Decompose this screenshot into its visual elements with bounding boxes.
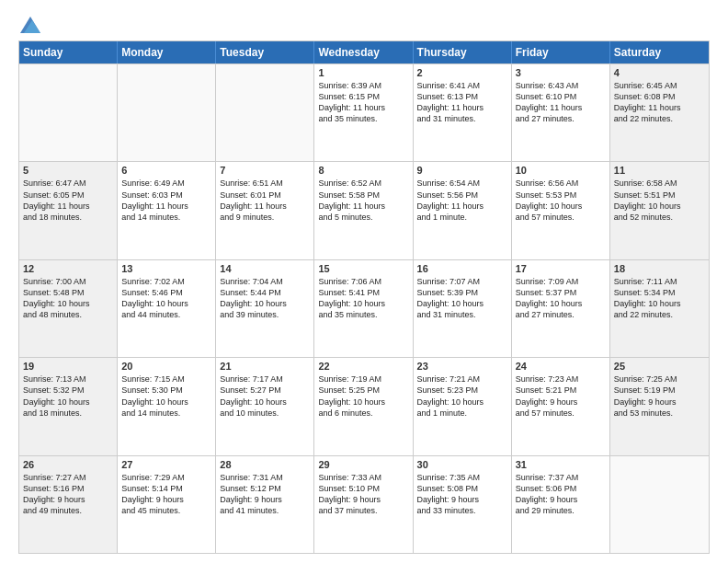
day-number: 3 <box>516 67 606 78</box>
day-cell-19: 19Sunrise: 7:13 AM Sunset: 5:32 PM Dayli… <box>19 358 118 454</box>
day-number: 19 <box>23 361 113 372</box>
day-header-thursday: Thursday <box>414 41 512 63</box>
day-number: 13 <box>121 263 211 274</box>
cell-content: Sunrise: 7:37 AM Sunset: 5:06 PM Dayligh… <box>516 472 606 517</box>
cell-content: Sunrise: 7:21 AM Sunset: 5:23 PM Dayligh… <box>417 373 507 419</box>
day-cell-21: 21Sunrise: 7:17 AM Sunset: 5:27 PM Dayli… <box>216 358 314 454</box>
day-cell-6: 6Sunrise: 6:49 AM Sunset: 6:03 PM Daylig… <box>118 162 216 259</box>
day-number: 1 <box>318 67 408 78</box>
day-cell-2: 2Sunrise: 6:41 AM Sunset: 6:13 PM Daylig… <box>414 64 512 161</box>
day-cell-11: 11Sunrise: 6:58 AM Sunset: 5:51 PM Dayli… <box>610 162 709 259</box>
cell-content: Sunrise: 7:13 AM Sunset: 5:32 PM Dayligh… <box>23 373 113 419</box>
day-number: 9 <box>417 165 507 176</box>
day-number: 2 <box>417 67 507 78</box>
day-header-tuesday: Tuesday <box>216 41 314 63</box>
day-number: 15 <box>318 263 408 274</box>
cell-content: Sunrise: 7:06 AM Sunset: 5:41 PM Dayligh… <box>318 276 408 321</box>
cell-content: Sunrise: 7:29 AM Sunset: 5:14 PM Dayligh… <box>121 472 211 517</box>
cell-content: Sunrise: 7:35 AM Sunset: 5:08 PM Dayligh… <box>417 472 507 517</box>
cell-content: Sunrise: 7:33 AM Sunset: 5:10 PM Dayligh… <box>318 472 408 517</box>
day-cell-8: 8Sunrise: 6:52 AM Sunset: 5:58 PM Daylig… <box>314 162 413 259</box>
day-number: 16 <box>417 263 507 274</box>
day-number: 8 <box>318 165 408 176</box>
calendar-row-1: 1Sunrise: 6:39 AM Sunset: 6:15 PM Daylig… <box>19 63 709 161</box>
day-cell-23: 23Sunrise: 7:21 AM Sunset: 5:23 PM Dayli… <box>414 358 512 454</box>
day-number: 12 <box>23 263 113 274</box>
day-number: 21 <box>220 361 310 372</box>
page: SundayMondayTuesdayWednesdayThursdayFrid… <box>0 0 728 563</box>
day-cell-30: 30Sunrise: 7:35 AM Sunset: 5:08 PM Dayli… <box>414 456 512 553</box>
calendar-body: 1Sunrise: 6:39 AM Sunset: 6:15 PM Daylig… <box>19 63 709 553</box>
day-number: 11 <box>614 165 705 176</box>
day-cell-7: 7Sunrise: 6:51 AM Sunset: 6:01 PM Daylig… <box>216 162 314 259</box>
day-header-sunday: Sunday <box>19 41 118 63</box>
empty-cell-0-1 <box>118 64 216 161</box>
cell-content: Sunrise: 6:54 AM Sunset: 5:56 PM Dayligh… <box>417 178 507 223</box>
cell-content: Sunrise: 7:07 AM Sunset: 5:39 PM Dayligh… <box>417 276 507 321</box>
cell-content: Sunrise: 7:09 AM Sunset: 5:37 PM Dayligh… <box>516 276 606 321</box>
day-number: 31 <box>516 459 606 470</box>
day-cell-28: 28Sunrise: 7:31 AM Sunset: 5:12 PM Dayli… <box>216 456 314 553</box>
cell-content: Sunrise: 7:17 AM Sunset: 5:27 PM Dayligh… <box>220 373 310 419</box>
day-cell-17: 17Sunrise: 7:09 AM Sunset: 5:37 PM Dayli… <box>512 260 610 357</box>
cell-content: Sunrise: 7:15 AM Sunset: 5:30 PM Dayligh… <box>121 373 211 419</box>
day-cell-22: 22Sunrise: 7:19 AM Sunset: 5:25 PM Dayli… <box>314 358 413 454</box>
day-cell-27: 27Sunrise: 7:29 AM Sunset: 5:14 PM Dayli… <box>118 456 216 553</box>
day-cell-20: 20Sunrise: 7:15 AM Sunset: 5:30 PM Dayli… <box>118 358 216 454</box>
day-header-saturday: Saturday <box>610 41 709 63</box>
day-number: 28 <box>220 459 310 470</box>
day-cell-16: 16Sunrise: 7:07 AM Sunset: 5:39 PM Dayli… <box>414 260 512 357</box>
day-cell-15: 15Sunrise: 7:06 AM Sunset: 5:41 PM Dayli… <box>314 260 413 357</box>
day-cell-12: 12Sunrise: 7:00 AM Sunset: 5:48 PM Dayli… <box>19 260 118 357</box>
cell-content: Sunrise: 7:11 AM Sunset: 5:34 PM Dayligh… <box>614 276 705 321</box>
day-header-friday: Friday <box>512 41 610 63</box>
cell-content: Sunrise: 7:19 AM Sunset: 5:25 PM Dayligh… <box>318 373 408 419</box>
calendar: SundayMondayTuesdayWednesdayThursdayFrid… <box>18 40 710 554</box>
day-cell-18: 18Sunrise: 7:11 AM Sunset: 5:34 PM Dayli… <box>610 260 709 357</box>
day-cell-25: 25Sunrise: 7:25 AM Sunset: 5:19 PM Dayli… <box>610 358 709 454</box>
cell-content: Sunrise: 7:02 AM Sunset: 5:46 PM Dayligh… <box>121 276 211 321</box>
cell-content: Sunrise: 6:43 AM Sunset: 6:10 PM Dayligh… <box>516 80 606 125</box>
logo <box>18 17 40 33</box>
day-number: 29 <box>318 459 408 470</box>
calendar-row-3: 12Sunrise: 7:00 AM Sunset: 5:48 PM Dayli… <box>19 259 709 357</box>
cell-content: Sunrise: 6:39 AM Sunset: 6:15 PM Dayligh… <box>318 80 408 125</box>
day-number: 17 <box>516 263 606 274</box>
day-number: 10 <box>516 165 606 176</box>
empty-cell-0-2 <box>216 64 314 161</box>
day-cell-5: 5Sunrise: 6:47 AM Sunset: 6:05 PM Daylig… <box>19 162 118 259</box>
day-cell-10: 10Sunrise: 6:56 AM Sunset: 5:53 PM Dayli… <box>512 162 610 259</box>
day-cell-14: 14Sunrise: 7:04 AM Sunset: 5:44 PM Dayli… <box>216 260 314 357</box>
cell-content: Sunrise: 6:56 AM Sunset: 5:53 PM Dayligh… <box>516 178 606 223</box>
cell-content: Sunrise: 7:31 AM Sunset: 5:12 PM Dayligh… <box>220 472 310 517</box>
day-cell-3: 3Sunrise: 6:43 AM Sunset: 6:10 PM Daylig… <box>512 64 610 161</box>
empty-cell-0-0 <box>19 64 118 161</box>
calendar-row-5: 26Sunrise: 7:27 AM Sunset: 5:16 PM Dayli… <box>19 455 709 553</box>
day-number: 5 <box>23 165 113 176</box>
header <box>18 17 710 33</box>
cell-content: Sunrise: 6:45 AM Sunset: 6:08 PM Dayligh… <box>614 80 705 125</box>
day-number: 26 <box>23 459 113 470</box>
day-cell-1: 1Sunrise: 6:39 AM Sunset: 6:15 PM Daylig… <box>314 64 413 161</box>
cell-content: Sunrise: 7:25 AM Sunset: 5:19 PM Dayligh… <box>614 373 705 419</box>
cell-content: Sunrise: 7:04 AM Sunset: 5:44 PM Dayligh… <box>220 276 310 321</box>
day-cell-13: 13Sunrise: 7:02 AM Sunset: 5:46 PM Dayli… <box>118 260 216 357</box>
cell-content: Sunrise: 6:47 AM Sunset: 6:05 PM Dayligh… <box>23 178 113 223</box>
day-number: 20 <box>121 361 211 372</box>
cell-content: Sunrise: 6:52 AM Sunset: 5:58 PM Dayligh… <box>318 178 408 223</box>
day-number: 30 <box>417 459 507 470</box>
day-number: 25 <box>614 361 705 372</box>
calendar-row-4: 19Sunrise: 7:13 AM Sunset: 5:32 PM Dayli… <box>19 357 709 454</box>
day-number: 24 <box>516 361 606 372</box>
day-cell-4: 4Sunrise: 6:45 AM Sunset: 6:08 PM Daylig… <box>610 64 709 161</box>
day-number: 6 <box>121 165 211 176</box>
cell-content: Sunrise: 6:41 AM Sunset: 6:13 PM Dayligh… <box>417 80 507 125</box>
empty-cell-4-6 <box>610 456 709 553</box>
logo-icon <box>20 17 40 33</box>
day-cell-9: 9Sunrise: 6:54 AM Sunset: 5:56 PM Daylig… <box>414 162 512 259</box>
day-number: 14 <box>220 263 310 274</box>
day-header-monday: Monday <box>118 41 216 63</box>
day-number: 23 <box>417 361 507 372</box>
day-cell-26: 26Sunrise: 7:27 AM Sunset: 5:16 PM Dayli… <box>19 456 118 553</box>
day-cell-29: 29Sunrise: 7:33 AM Sunset: 5:10 PM Dayli… <box>314 456 413 553</box>
